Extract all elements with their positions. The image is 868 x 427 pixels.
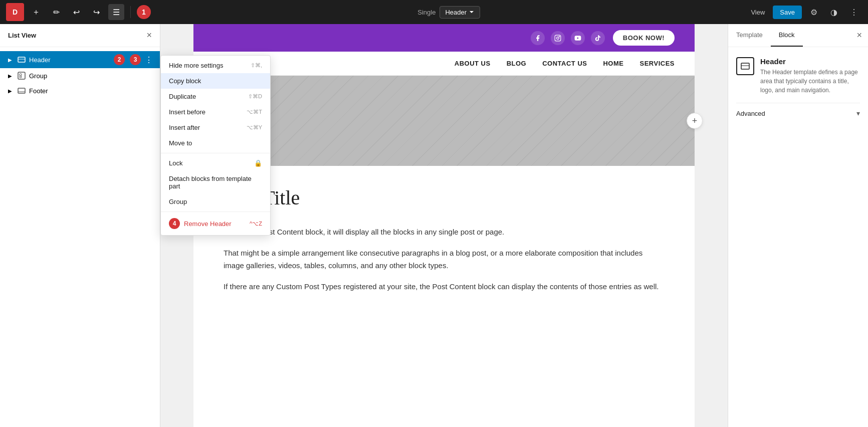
menu-item-insert-before[interactable]: Insert before ⌥⌘T	[161, 104, 270, 120]
site-header-top: BOOK NOW!	[193, 24, 695, 52]
svg-rect-3	[20, 74, 22, 76]
list-item-group[interactable]: ▶ Group	[0, 68, 160, 83]
block-type-icon	[736, 57, 754, 75]
social-icons	[531, 31, 605, 45]
badge-4: 4	[169, 218, 180, 229]
youtube-icon[interactable]	[571, 31, 585, 45]
undo-button[interactable]: ↩	[68, 4, 84, 20]
menu-item-hide-settings[interactable]: Hide more settings ⇧⌘,	[161, 58, 270, 73]
block-info: Header The Header template defines a pag…	[736, 57, 860, 95]
right-panel: Template Block × Header The Header templ…	[728, 24, 868, 427]
menu-item-insert-after[interactable]: Insert after ⌥⌘Y	[161, 120, 270, 135]
save-button[interactable]: Save	[773, 6, 802, 19]
toolbar-right: View Save ⚙ ◑ ⋮	[747, 4, 862, 20]
svg-rect-0	[18, 57, 25, 62]
list-view-title: List View	[8, 32, 36, 39]
post-paragraph-1: This is the Post Content block, it will …	[224, 226, 665, 239]
header-options-button[interactable]: ⋮	[144, 55, 154, 65]
nav-contact-us[interactable]: CONTACT US	[542, 60, 587, 67]
svg-point-8	[556, 37, 559, 39]
add-block-button[interactable]: +	[687, 113, 703, 129]
expand-header-icon[interactable]: ▶	[6, 56, 14, 64]
svg-rect-7	[555, 35, 561, 41]
svg-rect-11	[741, 63, 749, 69]
left-panel: List View × ▶ Header 2 3 ⋮ ▶ Group	[0, 24, 160, 427]
nav-blog[interactable]: BLOG	[507, 60, 527, 67]
list-items: ▶ Header 2 3 ⋮ ▶ Group ▶	[0, 47, 160, 102]
menu-separator-1	[161, 153, 270, 153]
list-item-footer[interactable]: ▶ Footer	[0, 83, 160, 98]
menu-item-duplicate[interactable]: Duplicate ⇧⌘D	[161, 89, 270, 104]
more-options-button[interactable]: ⋮	[846, 4, 862, 20]
block-desc: The Header template defines a page area …	[760, 68, 860, 95]
post-paragraph-3: If there are any Custom Post Types regis…	[224, 280, 665, 293]
redo-button[interactable]: ↪	[88, 4, 104, 20]
nav-about-us[interactable]: ABOUT US	[455, 60, 491, 67]
block-list-button[interactable]: ☰	[108, 4, 124, 20]
instagram-icon[interactable]	[551, 31, 565, 45]
header-block-icon	[17, 55, 26, 64]
close-list-view-button[interactable]: ×	[146, 30, 152, 41]
footer-block-icon	[17, 86, 26, 95]
badge-3: 3	[130, 54, 141, 65]
svg-rect-4	[20, 76, 22, 78]
chevron-down-icon: ▾	[856, 109, 860, 117]
footer-item-label: Footer	[29, 87, 154, 95]
menu-item-group[interactable]: Group	[161, 194, 270, 209]
menu-item-lock[interactable]: Lock 🔒	[161, 155, 270, 171]
tiktok-icon[interactable]	[591, 31, 605, 45]
settings-icon-button[interactable]: ⚙	[806, 4, 822, 20]
group-item-label: Group	[29, 72, 154, 80]
list-item-header[interactable]: ▶ Header 2 3 ⋮	[0, 51, 160, 68]
facebook-icon[interactable]	[531, 31, 545, 45]
post-body: This is the Post Content block, it will …	[224, 226, 665, 293]
group-block-icon	[17, 71, 26, 80]
nav-home[interactable]: HOME	[603, 60, 623, 67]
toolbar-center: Single Header	[155, 6, 743, 19]
block-name: Header	[760, 57, 860, 66]
logo-badge: D	[6, 3, 24, 21]
add-block-toolbar-button[interactable]: ＋	[28, 4, 44, 20]
nav-services[interactable]: SERVICES	[639, 60, 675, 67]
header-chip[interactable]: Header	[440, 6, 480, 19]
expand-group-icon[interactable]: ▶	[6, 72, 14, 80]
single-label: Single	[417, 9, 436, 16]
right-panel-close-button[interactable]: ×	[850, 30, 868, 41]
menu-item-move-to[interactable]: Move to	[161, 135, 270, 151]
panel-header: List View ×	[0, 24, 160, 47]
tools-button[interactable]: ✏	[48, 4, 64, 20]
header-item-label: Header	[29, 56, 111, 64]
tab-template[interactable]: Template	[728, 24, 771, 47]
menu-separator-2	[161, 211, 270, 212]
badge-2: 2	[114, 54, 125, 65]
block-text-info: Header The Header template defines a pag…	[760, 57, 860, 95]
svg-rect-5	[18, 88, 25, 93]
badge-1: 1	[137, 5, 151, 19]
svg-point-9	[559, 36, 559, 37]
top-toolbar: D ＋ ✏ ↩ ↪ ☰ 1 Single Header View Save ⚙ …	[0, 0, 868, 24]
right-panel-header: Template Block ×	[728, 24, 868, 47]
post-title: Post Title	[224, 186, 665, 209]
menu-item-detach-blocks[interactable]: Detach blocks from template part	[161, 171, 270, 194]
menu-item-remove-header[interactable]: 4 Remove Header ^⌥Z	[161, 214, 270, 233]
toolbar-separator	[130, 6, 131, 18]
book-now-button[interactable]: BOOK NOW!	[613, 30, 675, 46]
right-panel-body: Header The Header template defines a pag…	[728, 47, 868, 427]
advanced-label: Advanced	[736, 110, 765, 117]
contrast-icon-button[interactable]: ◑	[826, 4, 842, 20]
tab-block[interactable]: Block	[771, 24, 803, 47]
advanced-row[interactable]: Advanced ▾	[736, 103, 860, 123]
main-layout: List View × ▶ Header 2 3 ⋮ ▶ Group	[0, 24, 868, 427]
menu-item-copy-block[interactable]: Copy block	[161, 73, 270, 89]
view-button[interactable]: View	[747, 7, 769, 18]
post-paragraph-2: That might be a simple arrangement like …	[224, 247, 665, 272]
context-menu: Hide more settings ⇧⌘, Copy block Duplic…	[160, 55, 271, 236]
expand-footer-icon[interactable]: ▶	[6, 87, 14, 95]
